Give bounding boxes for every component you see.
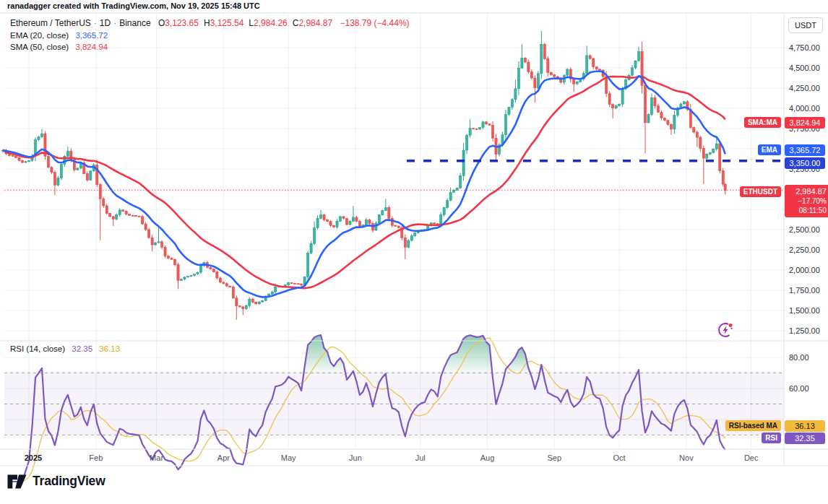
legend-separator: · bbox=[94, 18, 97, 28]
svg-text:4,750.00: 4,750.00 bbox=[789, 43, 820, 52]
svg-text:1,500.00: 1,500.00 bbox=[789, 306, 820, 315]
change-value: −138.79 (−4.44%) bbox=[340, 18, 410, 28]
symbol-axis-tag: ETHUSDT bbox=[740, 186, 781, 197]
svg-text:4,500.00: 4,500.00 bbox=[789, 64, 820, 72]
symbol-legend[interactable]: Ethereum / TetherUS·1D·Binance O3,123.65… bbox=[10, 18, 410, 28]
svg-text:Mar: Mar bbox=[150, 453, 163, 462]
rsi-legend-row[interactable]: RSI (14, close) 32.35 36.13 bbox=[10, 344, 120, 353]
svg-text:1,750.00: 1,750.00 bbox=[789, 286, 820, 295]
sma-axis-price: 3,824.94 bbox=[785, 117, 825, 129]
rsi-ma-axis-tag: RSI-based MA bbox=[725, 420, 781, 431]
symbol-interval[interactable]: 1D bbox=[100, 18, 111, 28]
rsi-axis-value: 32.35 bbox=[785, 433, 825, 444]
chart-canvas[interactable]: 4,750.004,500.004,250.004,000.003,750.00… bbox=[0, 0, 828, 504]
ohlc-values: O3,123.65H3,125.54L2,984.26C2,984.87 bbox=[153, 18, 332, 28]
svg-text:60.00: 60.00 bbox=[789, 384, 809, 393]
tradingview-brand-text: TradingView bbox=[33, 474, 105, 489]
rsi-ma-axis-value: 36.13 bbox=[785, 420, 825, 432]
bar-countdown: 08:11:50 bbox=[788, 206, 827, 215]
sma-value: 3,824.94 bbox=[75, 43, 108, 51]
svg-text:4,000.00: 4,000.00 bbox=[789, 104, 820, 113]
svg-text:1,250.00: 1,250.00 bbox=[789, 326, 820, 335]
last-price-axis-box: 2,984.87 −17.70% 08:11:50 bbox=[785, 185, 828, 217]
ema-legend-row[interactable]: EMA (20, close) 3,365.72 bbox=[10, 31, 108, 40]
last-change-pct: −17.70% bbox=[788, 196, 827, 206]
svg-text:Sep: Sep bbox=[548, 453, 562, 462]
ema-label: EMA (20, close) bbox=[10, 31, 69, 40]
currency-axis-button[interactable]: USDT bbox=[788, 17, 823, 33]
rsi-value: 32.35 bbox=[72, 344, 92, 353]
tradingview-logo-mark bbox=[7, 474, 27, 489]
svg-text:Nov: Nov bbox=[679, 453, 694, 462]
svg-text:Apr: Apr bbox=[217, 453, 230, 462]
rsi-axis-tag: RSI bbox=[762, 433, 781, 443]
svg-text:Feb: Feb bbox=[89, 453, 103, 462]
flash-notification-dot bbox=[729, 323, 733, 327]
lightning-bolt-icon bbox=[723, 326, 728, 334]
ema-axis-tag: EMA bbox=[758, 144, 781, 155]
flash-boost-icon[interactable] bbox=[716, 321, 735, 339]
svg-text:Aug: Aug bbox=[480, 453, 495, 462]
symbol-title: Ethereum / TetherUS bbox=[10, 18, 91, 28]
rsi-label: RSI (14, close) bbox=[10, 344, 65, 353]
rsi-ma-value: 36.13 bbox=[99, 344, 120, 353]
svg-text:Oct: Oct bbox=[613, 453, 626, 462]
svg-text:2,250.00: 2,250.00 bbox=[789, 246, 820, 254]
svg-text:80.00: 80.00 bbox=[789, 353, 809, 362]
tradingview-logo[interactable]: TradingView bbox=[7, 474, 105, 489]
trendline-axis-price: 3,350.00 bbox=[785, 157, 825, 169]
legend-separator: · bbox=[113, 18, 116, 28]
sma-axis-tag: SMA:MA bbox=[744, 117, 781, 128]
last-price: 2,984.87 bbox=[788, 186, 827, 196]
ema-value: 3,365.72 bbox=[75, 31, 108, 40]
svg-text:2,500.00: 2,500.00 bbox=[789, 225, 820, 234]
ema-axis-price: 3,365.72 bbox=[785, 144, 825, 156]
svg-text:2025: 2025 bbox=[25, 453, 42, 462]
svg-text:2,000.00: 2,000.00 bbox=[789, 266, 820, 274]
svg-text:4,250.00: 4,250.00 bbox=[789, 84, 820, 92]
sma-label: SMA (50, close) bbox=[10, 43, 69, 51]
svg-text:Jun: Jun bbox=[349, 453, 362, 462]
attribution-text: ranadagger created with TradingView.com,… bbox=[7, 1, 260, 10]
sma-legend-row[interactable]: SMA (50, close) 3,824.94 bbox=[10, 43, 108, 51]
svg-text:Jul: Jul bbox=[415, 453, 426, 462]
symbol-exchange: Binance bbox=[119, 18, 150, 28]
svg-text:Dec: Dec bbox=[744, 453, 759, 462]
svg-text:May: May bbox=[281, 453, 296, 462]
